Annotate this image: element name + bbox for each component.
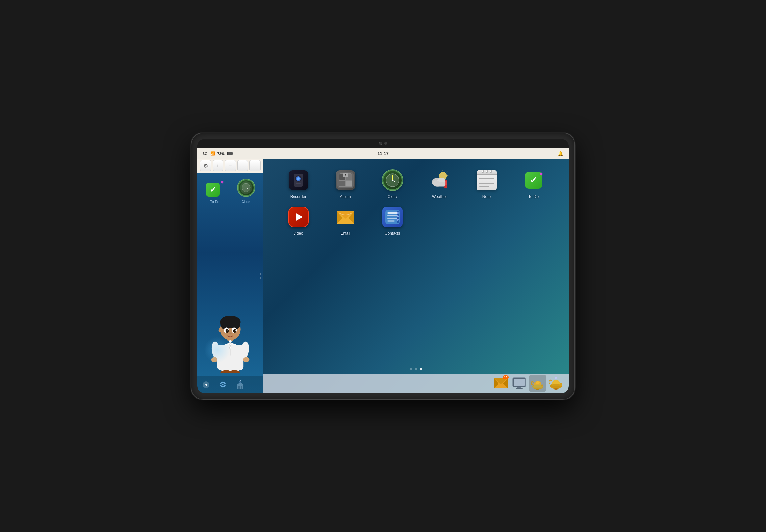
- status-bar: 3G 📶 73% 11:17 🔔: [197, 148, 569, 159]
- tablet-screen: 3G 📶 73% 11:17 🔔 ⚙: [197, 139, 569, 393]
- svg-point-77: [397, 219, 399, 221]
- svg-point-50: [345, 174, 346, 175]
- clock-label: Clock: [387, 194, 397, 199]
- video-svg: [292, 210, 305, 224]
- mosque-icon: [235, 379, 245, 390]
- svg-rect-62: [434, 182, 446, 186]
- video-label: Video: [293, 231, 303, 236]
- recorder-icon: [288, 170, 308, 190]
- app-note[interactable]: Note: [465, 169, 508, 199]
- clock-widget-icon-wrap: [235, 177, 257, 198]
- contacts-label: Contacts: [385, 231, 400, 236]
- svg-rect-32: [240, 386, 242, 389]
- recorder-svg: [290, 172, 307, 188]
- dock-mail-button[interactable]: 15: [492, 375, 509, 392]
- svg-rect-47: [346, 181, 352, 186]
- left-page-indicators: [259, 270, 261, 281]
- svg-point-64: [444, 185, 447, 188]
- todo-icon-wrap: ✓ ✦: [522, 169, 545, 192]
- app-contacts[interactable]: Contacts: [370, 206, 414, 236]
- svg-point-75: [397, 212, 399, 214]
- contacts-svg: [385, 209, 401, 225]
- settings-button[interactable]: ⚙: [200, 160, 211, 171]
- signal-label: 3G: [203, 152, 208, 156]
- clock-svg: [385, 173, 400, 187]
- svg-point-27: [229, 340, 232, 343]
- app-todo[interactable]: ✓ ✦ To Do: [512, 169, 556, 199]
- clock-icon-wrap: [381, 169, 404, 192]
- svg-point-76: [397, 215, 399, 217]
- svg-point-28: [229, 344, 231, 346]
- sensor-dot: [384, 142, 387, 145]
- svg-rect-89: [555, 388, 558, 390]
- forward-button[interactable]: →: [249, 160, 260, 171]
- remove-button[interactable]: −: [225, 160, 236, 171]
- contacts-icon-wrap: [381, 206, 404, 229]
- todo-icon: ✓ ✦: [524, 170, 544, 190]
- svg-rect-70: [387, 212, 398, 214]
- panel-toggle-button[interactable]: ◀: [200, 379, 212, 391]
- app-video[interactable]: Video: [276, 206, 320, 236]
- app-recorder[interactable]: Recorder: [276, 169, 320, 199]
- todo-widget-icon-wrap: ✓ ✦: [204, 177, 225, 198]
- mail-badge: 15: [503, 375, 509, 379]
- dock-lamp-icon: [531, 376, 544, 391]
- svg-rect-65: [445, 181, 446, 185]
- page-dot-3[interactable]: [420, 368, 422, 370]
- dock-genie-icon: [549, 377, 563, 390]
- page-dot-2[interactable]: [415, 368, 417, 370]
- app-clock[interactable]: Clock: [370, 169, 414, 199]
- album-icon-wrap: [334, 169, 357, 192]
- note-icon-wrap: [475, 169, 498, 192]
- widget-row: ✓ ✦ To Do: [197, 173, 263, 206]
- clock-icon: [382, 170, 403, 190]
- svg-point-39: [297, 177, 300, 180]
- weather-icon: [430, 170, 450, 190]
- main-content: ⚙ + − ← → ✓: [197, 159, 569, 393]
- status-right: 🔔: [558, 151, 563, 156]
- svg-point-8: [243, 357, 249, 362]
- svg-point-23: [219, 328, 222, 332]
- todo-label: To Do: [529, 194, 539, 199]
- page-dots: [263, 365, 569, 374]
- clock-widget-label: Clock: [241, 200, 251, 204]
- app-weather[interactable]: Weather: [418, 169, 461, 199]
- character-avatar: [209, 301, 252, 373]
- svg-rect-85: [536, 389, 539, 390]
- app-grid: Recorder: [263, 159, 569, 365]
- svg-point-7: [211, 357, 217, 362]
- toolbar: ⚙ + − ← →: [197, 159, 263, 173]
- mosque-button[interactable]: [234, 379, 246, 391]
- album-svg: [336, 171, 354, 189]
- add-button[interactable]: +: [212, 160, 224, 171]
- contacts-icon: [382, 207, 403, 227]
- camera-dot: [379, 142, 382, 145]
- weather-label: Weather: [432, 194, 447, 199]
- svg-rect-30: [237, 385, 243, 389]
- app-email[interactable]: Email: [323, 206, 367, 236]
- dock-lamp-button[interactable]: [529, 375, 546, 392]
- battery-label: 73%: [217, 152, 225, 156]
- album-icon: [335, 170, 355, 190]
- dock-screen-button[interactable]: [511, 375, 528, 392]
- page-dot-1[interactable]: [410, 368, 412, 370]
- svg-rect-41: [297, 184, 300, 185]
- left-panel: ⚙ + − ← → ✓: [197, 159, 263, 393]
- back-button[interactable]: ←: [237, 160, 248, 171]
- svg-rect-46: [339, 181, 345, 186]
- left-settings-button[interactable]: ⚙: [217, 379, 229, 391]
- notification-bell-icon: 🔔: [558, 151, 563, 156]
- svg-point-20: [227, 330, 228, 330]
- camera-bar: [379, 142, 387, 145]
- todo-widget[interactable]: ✓ ✦ To Do: [204, 177, 225, 204]
- dock-genie-button[interactable]: [548, 375, 565, 392]
- right-panel: Recorder: [263, 159, 569, 393]
- status-left: 3G 📶 73%: [203, 151, 235, 156]
- battery-icon: [227, 152, 235, 155]
- video-icon: [288, 207, 309, 227]
- clock-widget[interactable]: Clock: [235, 177, 257, 204]
- note-label: Note: [482, 194, 491, 199]
- app-album[interactable]: Album: [323, 169, 367, 199]
- todo-widget-label: To Do: [210, 200, 219, 204]
- email-svg: [336, 209, 355, 225]
